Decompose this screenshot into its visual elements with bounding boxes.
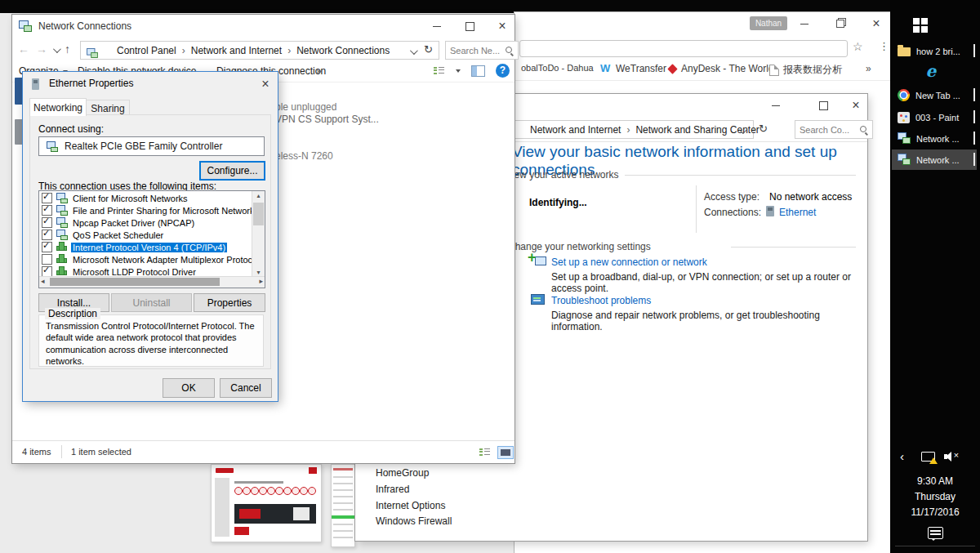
breadcrumb-segment[interactable]: Control Panel	[117, 45, 176, 56]
checkbox[interactable]	[42, 242, 52, 252]
vertical-scrollbar[interactable]: ▴▾	[252, 191, 265, 277]
taskbar-item-network-connections[interactable]: Network ...	[892, 128, 977, 149]
volume-muted-icon[interactable]: ×	[944, 451, 960, 462]
help-icon[interactable]	[496, 64, 510, 78]
see-also-internet-options[interactable]: Internet Options	[376, 500, 445, 511]
checkbox[interactable]	[42, 193, 52, 203]
breadcrumb[interactable]: Network and Internet Network and Sharing…	[501, 120, 754, 139]
location-icon	[87, 48, 98, 58]
ok-button[interactable]: OK	[163, 378, 215, 398]
up-icon[interactable]: ↑	[65, 42, 70, 56]
bookmarks-bar: obalToDo - Dahua WeTransfer AnyDesk - Th…	[514, 59, 890, 81]
connection-items-list[interactable]: Client for Microsoft Networks File and P…	[38, 190, 265, 288]
forward-icon[interactable]: →	[36, 42, 47, 56]
taskbar-item-chrome[interactable]: New Tab ...	[892, 85, 977, 105]
taskbar-item-paint[interactable]: 003 - Paint	[892, 107, 977, 127]
horizontal-scrollbar[interactable]: ◂▸	[39, 276, 265, 288]
menu-kebab-icon[interactable]: ⋮	[879, 40, 889, 52]
paint-icon	[898, 112, 910, 123]
bookmark-item[interactable]: obalToDo - Dahua	[521, 63, 594, 73]
network-icon	[898, 132, 911, 145]
see-also-infrared[interactable]: Infrared	[376, 484, 409, 495]
preview-pane-icon[interactable]	[471, 65, 485, 77]
breadcrumb-segment[interactable]: Network Connections	[282, 45, 390, 56]
list-item-selected[interactable]: Internet Protocol Version 4 (TCP/IPv4)	[39, 241, 252, 253]
refresh-icon[interactable]: ↻	[759, 123, 768, 135]
properties-button[interactable]: Properties	[194, 293, 265, 312]
view-options-icon[interactable]	[434, 66, 445, 75]
checkbox[interactable]	[42, 254, 52, 265]
chevron-down-icon[interactable]	[456, 69, 461, 73]
item-count: 4 items	[22, 447, 51, 457]
close-button[interactable]	[253, 72, 278, 96]
minimize-button[interactable]	[425, 15, 449, 38]
recent-locations-icon[interactable]	[53, 45, 61, 53]
ethernet-link[interactable]: Ethernet	[779, 207, 816, 218]
taskbar: how 2 bri... New Tab ... 003 - Paint Net…	[890, 0, 980, 553]
minimize-button[interactable]	[792, 12, 817, 35]
nc-address-bar: ← → ↑ Control Panel Network and Internet…	[12, 38, 514, 60]
clock-date[interactable]: 11/17/2016	[890, 506, 980, 518]
active-networks-label: View your active networks	[506, 169, 619, 181]
taskbar-item-ie[interactable]	[892, 63, 977, 83]
search-input[interactable]: Search Co...	[795, 120, 873, 139]
restore-button[interactable]	[828, 12, 853, 35]
breadcrumb[interactable]: Control Panel Network and Internet Netwo…	[80, 41, 439, 60]
refresh-icon[interactable]: ↻	[424, 43, 433, 56]
list-item[interactable]: Client for Microsoft Networks	[39, 192, 252, 204]
clock-day[interactable]: Thursday	[890, 491, 980, 502]
breadcrumb-segment[interactable]: Network and Internet	[176, 45, 282, 56]
see-also-homegroup[interactable]: HomeGroup	[376, 467, 429, 479]
checkbox[interactable]	[42, 205, 52, 216]
search-input[interactable]: Search Ne...	[445, 41, 519, 60]
list-item[interactable]: Microsoft Network Adapter Multiplexor Pr…	[39, 253, 252, 265]
dialog-titlebar: Ethernet Properties	[23, 72, 278, 96]
list-item[interactable]: File and Printer Sharing for Microsoft N…	[39, 204, 252, 216]
close-button[interactable]	[864, 12, 889, 35]
configure-button[interactable]: Configure...	[199, 161, 265, 181]
bookmark-item[interactable]: AnyDesk - The World	[668, 63, 774, 74]
uninstall-button[interactable]: Uninstall	[111, 293, 192, 312]
hidden-icons-chevron[interactable]: ‹	[900, 449, 904, 463]
url-input[interactable]	[519, 40, 848, 57]
list-item[interactable]: QoS Packet Scheduler	[39, 229, 252, 241]
troubleshoot-link[interactable]: Troubleshoot problems	[551, 295, 651, 306]
bookmark-item[interactable]: WeTransfer	[600, 63, 666, 74]
breadcrumb-segment[interactable]: Network and Internet	[530, 124, 621, 136]
address-dropdown-icon[interactable]	[410, 47, 418, 55]
back-icon[interactable]: ←	[18, 42, 29, 56]
close-button[interactable]	[490, 15, 514, 38]
clock-time[interactable]: 9:30 AM	[890, 475, 980, 487]
cancel-button[interactable]: Cancel	[220, 378, 272, 398]
ethernet-properties-dialog: Ethernet Properties Networking Sharing C…	[23, 72, 278, 401]
checkbox[interactable]	[42, 230, 52, 240]
browser-address-bar: ☆ ⋮	[514, 37, 890, 59]
network-warning-icon[interactable]	[921, 452, 935, 462]
bookmark-item[interactable]: 报表数据分析	[769, 63, 842, 77]
maximize-button[interactable]	[811, 94, 835, 117]
minimize-button[interactable]	[764, 94, 788, 117]
bookmarks-overflow-button[interactable]: »	[866, 63, 871, 74]
list-item[interactable]: Npcap Packet Driver (NPCAP)	[39, 216, 252, 229]
profile-badge[interactable]: Nathan	[750, 16, 787, 30]
toolbar-overflow-button[interactable]: »	[316, 65, 322, 77]
desktop-thumbnail-webpage	[211, 464, 322, 542]
see-also-windows-firewall[interactable]: Windows Firewall	[376, 515, 452, 527]
checkbox[interactable]	[42, 217, 52, 228]
maximize-button[interactable]	[457, 15, 482, 38]
taskbar-item-folder[interactable]: how 2 bri...	[892, 41, 977, 61]
close-button[interactable]	[844, 94, 868, 117]
item-icon	[56, 205, 68, 216]
large-icons-view-icon[interactable]	[497, 446, 514, 459]
bookmark-star-icon[interactable]: ☆	[853, 40, 863, 53]
start-button[interactable]	[913, 18, 928, 33]
tab-networking[interactable]: Networking	[29, 98, 87, 116]
search-icon	[505, 46, 514, 55]
setup-connection-link[interactable]: Set up a new connection or network	[551, 256, 707, 268]
networking-tab-panel: Connect using: Realtek PCIe GBE Family C…	[29, 114, 271, 369]
taskbar-item-network-sharing[interactable]: Network ...	[892, 149, 977, 170]
details-view-icon[interactable]	[479, 448, 491, 457]
action-center-icon[interactable]	[928, 527, 943, 539]
adapter-field: Realtek PCIe GBE Family Controller	[38, 136, 265, 156]
item-icon	[56, 193, 68, 203]
